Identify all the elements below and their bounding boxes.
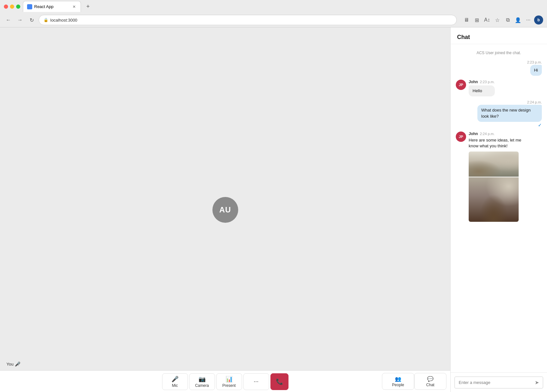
- message-own2: 2:24 p.m. What does the new design look …: [456, 100, 542, 127]
- chat-input-wrapper: ➤: [454, 377, 543, 388]
- more-icon[interactable]: ···: [524, 15, 533, 24]
- msg-meta-john1: John 2:23 p.m.: [469, 80, 495, 84]
- sidebar-buttons: 👥 People 💬 Chat: [382, 370, 450, 392]
- mic-icon: 🎤: [171, 376, 179, 383]
- translate-icon[interactable]: A↕: [483, 15, 492, 24]
- send-button[interactable]: ➤: [535, 379, 539, 386]
- accounts-icon[interactable]: 👤: [513, 15, 523, 24]
- people-icon: 👥: [395, 376, 401, 382]
- camera-button[interactable]: 📷 Camera: [189, 373, 215, 390]
- close-traffic-light[interactable]: [4, 5, 8, 9]
- chat-panel: Chat ACS User joined the chat. 2:23 p.m.…: [450, 27, 547, 392]
- message-other2: JP John 2:24 p.m. Here are some ideas, l…: [456, 132, 542, 222]
- tab-title: React App: [34, 4, 54, 9]
- address-bar: ← → ↻ 🔒 localhost:3000 🖥 ⊞ A↕ ☆ ⧉ 👤 ··· …: [0, 13, 547, 27]
- people-label: People: [392, 383, 404, 387]
- participant-avatar: AU: [212, 197, 238, 223]
- msg-time-own2: 2:24 p.m.: [527, 100, 542, 104]
- end-call-icon: 📞: [276, 378, 283, 385]
- msg-bubble-other1: Hello: [469, 85, 495, 96]
- profile-avatar[interactable]: b: [534, 15, 543, 24]
- back-button[interactable]: ←: [4, 15, 13, 24]
- msg-sender-john1: John: [469, 80, 478, 84]
- chat-header: Chat: [451, 27, 547, 44]
- tab-favicon: [27, 4, 32, 9]
- msg-avatar-john2: JP: [456, 132, 466, 142]
- people-button[interactable]: 👥 People: [382, 373, 414, 390]
- msg-sender-john2: John: [469, 132, 478, 136]
- you-text: You: [6, 362, 14, 367]
- traffic-lights: [4, 5, 20, 9]
- read-check-icon: ✓: [538, 122, 542, 128]
- mic-button[interactable]: 🎤 Mic: [162, 373, 188, 390]
- present-button[interactable]: 📊 Present: [216, 373, 242, 390]
- send-icon: ➤: [535, 379, 539, 386]
- mic-label: Mic: [172, 383, 178, 388]
- url-text: localhost:3000: [50, 18, 77, 23]
- chat-label: Chat: [426, 383, 434, 387]
- chat-messages: ACS User joined the chat. 2:23 p.m. Hi J…: [451, 44, 547, 372]
- system-message: ACS User joined the chat.: [456, 49, 542, 56]
- title-bar: React App ✕ +: [0, 0, 547, 13]
- browser-tab[interactable]: React App ✕: [23, 1, 81, 12]
- bookmark-icon[interactable]: ☆: [493, 15, 502, 24]
- app-container: AU You 🎤̷ 🎤 Mic 📷 Camera 📊 Present: [0, 27, 547, 392]
- minimize-traffic-light[interactable]: [10, 5, 14, 9]
- refresh-button[interactable]: ↻: [27, 15, 36, 24]
- living-room-image[interactable]: [469, 177, 519, 222]
- grid-icon[interactable]: ⊞: [472, 15, 481, 24]
- chat-title: Chat: [457, 34, 470, 40]
- new-tab-button[interactable]: +: [83, 2, 93, 11]
- video-area: AU You 🎤̷ 🎤 Mic 📷 Camera 📊 Present: [0, 27, 450, 392]
- present-label: Present: [222, 383, 236, 388]
- you-label: You 🎤̷: [6, 361, 20, 367]
- chat-icon: 💬: [427, 376, 434, 382]
- more-icon: ···: [254, 378, 259, 385]
- maximize-traffic-light[interactable]: [16, 5, 20, 9]
- msg-text-john2: Here are some ideas, let me know what yo…: [469, 137, 523, 149]
- msg-bubble-own1: Hi: [530, 65, 542, 76]
- msg-time-john2: 2:24 p.m.: [480, 132, 495, 136]
- message-other1: JP John 2:23 p.m. Hello: [456, 80, 542, 96]
- msg-images: [469, 152, 519, 222]
- msg-avatar-john1: JP: [456, 80, 466, 90]
- browser-toolbar-right: 🖥 ⊞ A↕ ☆ ⧉ 👤 ··· b: [462, 15, 543, 24]
- chat-toggle-button[interactable]: 💬 Chat: [414, 373, 446, 390]
- more-button[interactable]: ···: [243, 373, 269, 390]
- mute-icon: 🎤̷: [15, 361, 20, 367]
- control-bar: 🎤 Mic 📷 Camera 📊 Present ··· 📞: [0, 370, 450, 392]
- browser-chrome: React App ✕ + ← → ↻ 🔒 localhost:3000 🖥 ⊞…: [0, 0, 547, 27]
- msg-bubble-own2: What does the new design look like?: [477, 105, 542, 122]
- msg-time-john1: 2:23 p.m.: [480, 80, 495, 84]
- url-lock-icon: 🔒: [44, 18, 48, 22]
- chat-input-area: ➤: [451, 372, 547, 392]
- camera-label: Camera: [195, 383, 209, 388]
- split-icon[interactable]: ⧉: [503, 15, 512, 24]
- forward-button[interactable]: →: [15, 15, 24, 24]
- url-bar[interactable]: 🔒 localhost:3000: [39, 15, 457, 25]
- camera-icon: 📷: [199, 376, 206, 383]
- kitchen-image[interactable]: [469, 152, 519, 177]
- end-call-button[interactable]: 📞: [270, 373, 288, 390]
- tab-close-button[interactable]: ✕: [72, 4, 77, 9]
- present-icon: 📊: [226, 376, 233, 383]
- screen-icon[interactable]: 🖥: [462, 15, 471, 24]
- message-own1: 2:23 p.m. Hi: [456, 60, 542, 76]
- msg-time-own1: 2:23 p.m.: [527, 60, 542, 64]
- msg-meta-john2: John 2:24 p.m.: [469, 132, 523, 136]
- chat-input[interactable]: [459, 380, 532, 385]
